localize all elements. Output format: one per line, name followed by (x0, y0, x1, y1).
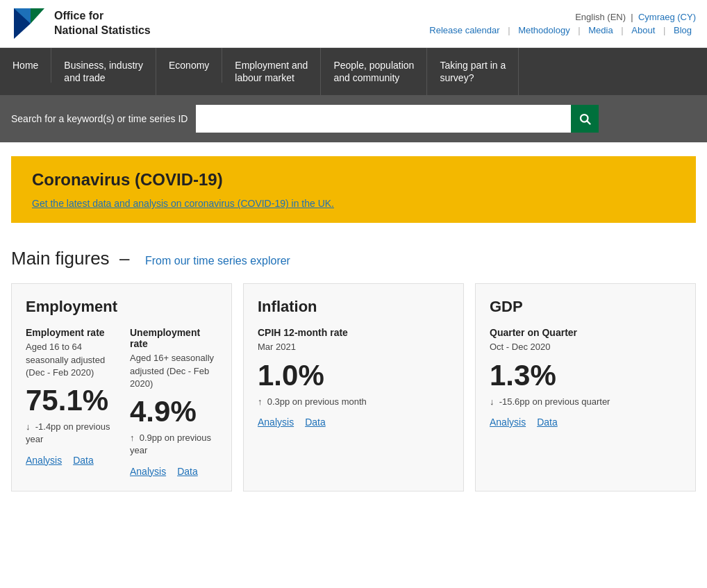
gdp-data-link[interactable]: Data (537, 417, 558, 428)
logo-text: Office for National Statistics (54, 9, 151, 38)
stat-gdp-label: Quarter on Quarter (490, 327, 681, 338)
nav-item-business[interactable]: Business, industryand trade (51, 48, 156, 95)
card-gdp: GDP Quarter on Quarter Oct - Dec 2020 1.… (475, 283, 696, 491)
stat-unemployment-rate-change: ↑ 0.9pp on previous year (130, 432, 217, 457)
stat-employment-rate-value: 75.1% (26, 385, 113, 417)
stat-employment-rate-label: Employment rate (26, 327, 113, 338)
covid-banner: Coronavirus (COVID-19) Get the latest da… (11, 156, 696, 223)
card-employment-title: Employment (26, 298, 217, 316)
stat-inflation: CPIH 12-month rate Mar 2021 1.0% ↑ 0.3pp… (258, 327, 449, 428)
stat-inflation-label: CPIH 12-month rate (258, 327, 449, 338)
nav-item-employment[interactable]: Employment andlabour market (222, 48, 321, 95)
svg-line-5 (588, 121, 590, 124)
card-gdp-title: GDP (490, 298, 681, 316)
top-bar: Office for National Statistics English (… (0, 0, 707, 48)
ons-logo-icon (11, 6, 47, 42)
stat-gdp-links: Analysis Data (490, 417, 681, 428)
nav-item-economy[interactable]: Economy (156, 48, 222, 83)
card-gdp-body: Quarter on Quarter Oct - Dec 2020 1.3% ↓… (490, 327, 681, 428)
main-nav: Home Business, industryand trade Economy… (0, 48, 707, 95)
gdp-analysis-link[interactable]: Analysis (490, 417, 526, 428)
card-employment: Employment Employment rate Aged 16 to 64… (11, 283, 232, 491)
card-inflation-title: Inflation (258, 298, 449, 316)
inflation-analysis-link[interactable]: Analysis (258, 417, 294, 428)
blog-link[interactable]: Blog (674, 25, 692, 35)
stat-gdp-sub: Oct - Dec 2020 (490, 341, 681, 353)
employment-rate-data-link[interactable]: Data (73, 455, 94, 466)
nav-item-people[interactable]: People, populationand community (321, 48, 427, 95)
stat-inflation-value: 1.0% (258, 360, 449, 392)
methodology-link[interactable]: Methodology (518, 25, 569, 35)
unemployment-rate-data-link[interactable]: Data (177, 466, 198, 477)
search-bar: Search for a keyword(s) or time series I… (0, 95, 707, 142)
card-inflation-body: CPIH 12-month rate Mar 2021 1.0% ↑ 0.3pp… (258, 327, 449, 428)
top-links: Release calendar | Methodology | Media |… (425, 25, 696, 35)
card-employment-body: Employment rate Aged 16 to 64 seasonally… (26, 327, 217, 476)
stat-unemployment-rate-value: 4.9% (130, 396, 217, 428)
main-figures-section: Main figures – From our time series expl… (0, 237, 707, 491)
media-link[interactable]: Media (588, 25, 613, 35)
search-icon (579, 112, 591, 125)
release-calendar-link[interactable]: Release calendar (429, 25, 499, 35)
covid-title: Coronavirus (COVID-19) (32, 170, 679, 190)
search-input-wrap (196, 105, 599, 133)
stat-gdp-value: 1.3% (490, 360, 681, 392)
stat-inflation-links: Analysis Data (258, 417, 449, 428)
top-right: English (EN) | Cymraeg (CY) Release cale… (425, 12, 696, 35)
card-inflation: Inflation CPIH 12-month rate Mar 2021 1.… (243, 283, 464, 491)
cards-row: Employment Employment rate Aged 16 to 64… (11, 283, 696, 491)
covid-link[interactable]: Get the latest data and analysis on coro… (32, 198, 334, 209)
lang-cy-link[interactable]: Cymraeg (CY) (638, 12, 696, 22)
employment-rate-analysis-link[interactable]: Analysis (26, 455, 62, 466)
stat-inflation-sub: Mar 2021 (258, 341, 449, 353)
search-input[interactable] (196, 105, 571, 133)
lang-en-label: English (EN) (575, 12, 626, 22)
nav-item-survey[interactable]: Taking part in asurvey? (427, 48, 519, 95)
stat-unemployment-rate-label: Unemployment rate (130, 327, 217, 349)
stat-gdp-change: ↓ -15.6pp on previous quarter (490, 396, 681, 408)
stat-unemployment-rate-sub: Aged 16+ seasonally adjusted (Dec - Feb … (130, 352, 217, 390)
about-link[interactable]: About (631, 25, 655, 35)
stat-unemployment-rate-links: Analysis Data (130, 466, 217, 477)
stat-unemployment-rate: Unemployment rate Aged 16+ seasonally ad… (130, 327, 217, 476)
stat-employment-rate-change: ↓ -1.4pp on previous year (26, 421, 113, 446)
search-button[interactable] (571, 105, 599, 133)
lang-bar: English (EN) | Cymraeg (CY) (425, 12, 696, 22)
logo-area: Office for National Statistics (11, 6, 151, 42)
time-series-link[interactable]: From our time series explorer (145, 255, 290, 267)
inflation-data-link[interactable]: Data (305, 417, 326, 428)
stat-inflation-change: ↑ 0.3pp on previous month (258, 396, 449, 408)
nav-item-home[interactable]: Home (0, 48, 51, 83)
stat-employment-rate: Employment rate Aged 16 to 64 seasonally… (26, 327, 113, 476)
search-label: Search for a keyword(s) or time series I… (11, 113, 188, 124)
stat-employment-rate-links: Analysis Data (26, 455, 113, 466)
stat-employment-rate-sub: Aged 16 to 64 seasonally adjusted (Dec -… (26, 341, 113, 379)
unemployment-rate-analysis-link[interactable]: Analysis (130, 466, 166, 477)
stat-gdp: Quarter on Quarter Oct - Dec 2020 1.3% ↓… (490, 327, 681, 428)
main-figures-heading: Main figures – From our time series expl… (11, 248, 696, 269)
